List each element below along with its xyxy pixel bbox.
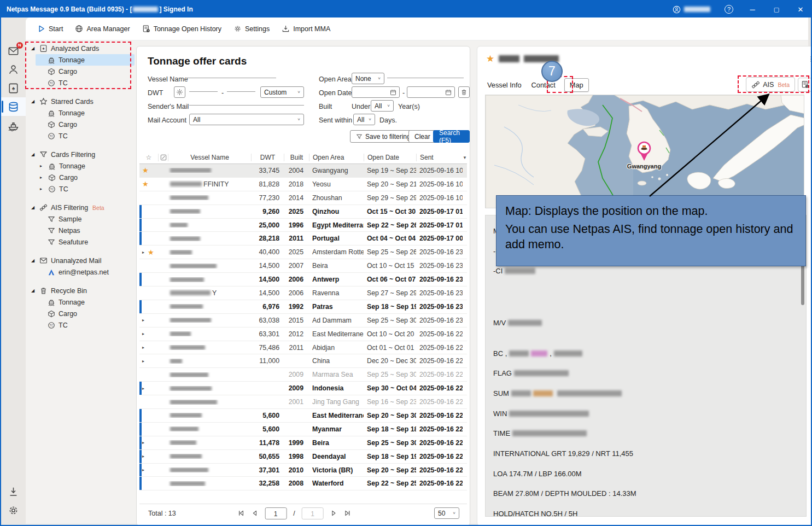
tree-item-starred-cards-tonnage[interactable]: Tonnage [36, 107, 135, 119]
row-star-cell[interactable]: ▸★ [139, 248, 158, 256]
dwt-min-input[interactable] [189, 82, 218, 92]
table-row[interactable]: 6,9761992PatrasSep 18 ~ Sep 192025-09-16… [139, 300, 467, 314]
table-row[interactable]: 14,5002007BeiraOct 10 ~ Oct 152025-09-16… [139, 259, 467, 273]
tree-item-analyzed-cards-cargo[interactable]: Cargo [36, 66, 135, 77]
open-date-from-input[interactable] [352, 86, 400, 98]
help-button[interactable]: ? [725, 5, 733, 14]
tab-map[interactable]: Map [564, 78, 589, 92]
sent-header[interactable]: Sent [416, 154, 463, 161]
expand-icon[interactable]: ▸ [142, 250, 147, 255]
table-row[interactable]: 9,2602025QinzhouOct 15 ~ Oct 302025-09-1… [139, 205, 467, 219]
tab-vessel-info[interactable]: Vessel Info [486, 79, 523, 91]
table-row[interactable]: Y14,5002006RavennaSep 27 ~ Sep 292025-09… [139, 287, 467, 300]
open-date-to-input[interactable] [407, 86, 455, 98]
star-icon[interactable]: ★ [142, 166, 149, 174]
maximize-button[interactable]: ▢ [772, 6, 781, 13]
rail-item-downloads[interactable] [1, 482, 26, 501]
row-star-cell[interactable]: ▸ [139, 359, 158, 364]
table-row[interactable]: 2009Marmara SeaSep 25 ~ Sep 302025-09-16… [139, 368, 467, 382]
tree-node-recycle-bin[interactable]: ◢Recycle Bin [28, 285, 135, 296]
last-page-button[interactable] [344, 510, 351, 517]
open-date-clear-button[interactable] [458, 86, 470, 98]
position-map[interactable]: Gwangyang [485, 95, 804, 208]
open-area-header[interactable]: Open Area [309, 154, 364, 161]
table-row[interactable]: ★FFINITY81,8282018YeosuSep 20 ~ Sep 2120… [139, 178, 467, 191]
rail-item-analyzed-cards[interactable]: ♠ [1, 79, 26, 97]
tree-node-ais-filtering[interactable]: ◢AIS FilteringBeta [28, 202, 135, 213]
table-row[interactable]: ▸50,6551998DeendayalSep 18 ~ Sep 192025-… [139, 450, 467, 464]
table-row[interactable]: ▸75,4862011AbidjanOct 01 ~ Oct 012025-09… [139, 341, 467, 355]
close-button[interactable]: ✕ [796, 5, 805, 14]
toolbar-tonnage-open-history[interactable]: Tonnage Open History [137, 22, 226, 36]
ais-button[interactable]: AIS Beta [746, 77, 795, 92]
dwt-header[interactable]: DWT [251, 154, 284, 161]
expand-icon[interactable]: ▸ [142, 386, 147, 391]
tree-item-unanalyzed-mail-erin-netpas-net[interactable]: erin@netpas.net [36, 266, 135, 278]
dwt-settings-button[interactable] [174, 86, 185, 98]
table-row[interactable]: ▸11,4781999BeiraSep 25 ~ Sep 302025-09-1… [139, 436, 467, 450]
table-row[interactable]: ▸63,3012012East Mediterranean...Oct 10 ~… [139, 328, 467, 341]
tree-item-ais-filtering-sample[interactable]: Sample [36, 213, 135, 225]
next-page-button[interactable] [330, 510, 337, 517]
table-row[interactable]: 5,600MyanmarSep 18 ~ Sep 182025-09-16 22… [139, 423, 467, 436]
rail-item-cards-database[interactable] [1, 97, 26, 116]
tree-node-unanalyzed-mail[interactable]: ◢Unanalyzed Mail [28, 255, 135, 266]
rail-item-settings[interactable] [1, 501, 26, 519]
prev-page-button[interactable] [251, 510, 258, 517]
expand-icon[interactable]: ▸ [142, 467, 147, 472]
row-star-cell[interactable]: ▸ [139, 345, 158, 350]
tree-node-starred-cards[interactable]: ◢Starred Cards [28, 96, 135, 107]
tree-item-recycle-bin-tonnage[interactable]: Tonnage [36, 296, 135, 308]
expand-icon[interactable]: ▸ [142, 331, 147, 336]
tree-item-ais-filtering-seafuture[interactable]: Seafuture [36, 236, 135, 248]
sent-within-dropdown[interactable]: All˅ [353, 114, 375, 125]
table-row[interactable]: 14,5002006AntwerpOct 06 ~ Oct 072025-09-… [139, 273, 467, 287]
row-star-cell[interactable]: ★ [139, 180, 158, 188]
vessel-name-header[interactable]: Vessel Name [168, 154, 251, 161]
tree-item-recycle-bin-tc[interactable]: TCTC [36, 319, 135, 331]
toolbar-start[interactable]: Start [32, 22, 68, 36]
tree-node-analyzed-cards[interactable]: ◢♠Analyzed Cards [28, 43, 135, 54]
toolbar-settings[interactable]: Settings [229, 22, 274, 36]
rail-item-contacts[interactable] [1, 60, 26, 79]
tree-item-analyzed-cards-tonnage[interactable]: Tonnage [36, 54, 135, 66]
star-icon[interactable]: ★ [142, 180, 149, 188]
table-row[interactable]: ▸63,0382015Ad DammamSep 25 ~ Sep 302025-… [139, 314, 467, 328]
row-star-cell[interactable]: ▸ [139, 440, 158, 445]
table-row[interactable]: 25,0001996Egypt Mediterrane...Sep 22 ~ S… [139, 219, 467, 232]
tree-item-recycle-bin-cargo[interactable]: Cargo [36, 308, 135, 319]
tonnage-open-history-button[interactable] [798, 78, 812, 92]
dwt-max-input[interactable] [227, 82, 255, 92]
table-row[interactable]: ★33,7452004GwangyangSep 19 ~ Sep 232025-… [139, 164, 467, 178]
row-star-cell[interactable]: ▸ [139, 454, 158, 459]
tree-item-starred-cards-cargo[interactable]: Cargo [36, 119, 135, 130]
open-area-dropdown[interactable]: None˅ [352, 73, 384, 84]
check-column-header[interactable] [158, 154, 168, 161]
open-area-input[interactable] [387, 68, 464, 78]
row-star-cell[interactable]: ▸ [139, 467, 158, 472]
tree-node-cards-filtering[interactable]: ◢Cards Filtering [28, 149, 135, 160]
mail-account-dropdown[interactable]: All˅ [189, 114, 304, 125]
built-dropdown[interactable]: All˅ [371, 100, 394, 112]
table-row[interactable]: ▸11,000ChinaDec 20 ~ Dec 302025-09-16 22… [139, 354, 467, 368]
row-star-cell[interactable]: ▸ [139, 386, 158, 391]
tree-item-ais-filtering-netpas[interactable]: Netpas [36, 225, 135, 236]
expand-icon[interactable]: ▸ [142, 454, 147, 459]
expand-icon[interactable]: ▸ [142, 359, 147, 364]
minimize-button[interactable]: ─ [747, 5, 757, 14]
senders-mail-input[interactable] [189, 96, 304, 106]
table-row[interactable]: 77,2302014ZhoushanSep 29 ~ Sep 292025-09… [139, 191, 467, 205]
page-input[interactable]: 1 [265, 507, 287, 519]
user-menu[interactable] [673, 5, 710, 14]
rail-item-vessels[interactable] [1, 116, 26, 135]
vessel-name-input[interactable] [186, 68, 276, 78]
clear-button[interactable]: Clear [408, 130, 436, 143]
vessel-star-icon[interactable]: ★ [486, 53, 494, 65]
table-row[interactable]: 32,2582008WaterfordSep 22 ~ Sep 252025-0… [139, 477, 467, 490]
expand-icon[interactable]: ▸ [142, 318, 147, 323]
tree-item-starred-cards-tc[interactable]: TCTC [36, 130, 135, 142]
page-size-dropdown[interactable]: 50˅ [434, 507, 459, 519]
table-row[interactable]: 28,2182011PortugalOct 04 ~ Oct 042025-09… [139, 232, 467, 246]
row-star-cell[interactable]: ▸ [139, 331, 158, 336]
toolbar-area-manager[interactable]: Area Manager [70, 22, 135, 36]
